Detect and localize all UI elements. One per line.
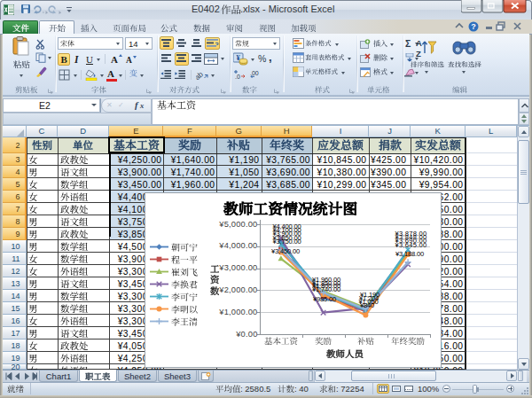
svg-text:A: A (416, 38, 422, 48)
svg-text:.00: .00 (250, 70, 259, 76)
svg-text:?: ? (471, 22, 476, 31)
svg-text:Z: Z (416, 49, 421, 59)
svg-text:ab: ab (196, 69, 205, 80)
svg-text:.0: .0 (235, 74, 240, 80)
